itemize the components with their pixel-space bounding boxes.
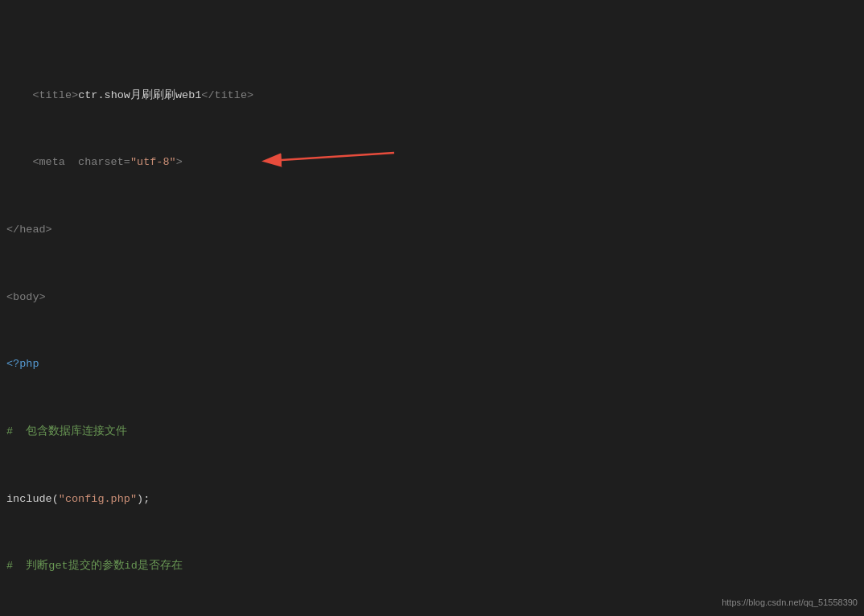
code-editor: <title>ctr.show月刷刷刷web1</title> <meta ch… bbox=[0, 0, 864, 616]
code-line-6: # 包含数据库连接文件 bbox=[6, 424, 858, 441]
code-line-2: <meta charset="utf-8"> bbox=[6, 154, 858, 171]
watermark: https://blog.csdn.net/qq_51558390 bbox=[722, 596, 858, 610]
code-line-1: <title>ctr.show月刷刷刷web1</title> bbox=[6, 88, 858, 105]
code-line-3: </head> bbox=[6, 222, 858, 239]
code-line-8: # 判断get提交的参数id是否存在 bbox=[6, 558, 858, 575]
code-line-4: <body> bbox=[6, 290, 858, 306]
code-line-7: include("config.php"); bbox=[6, 491, 858, 508]
code-line-5: <?php bbox=[6, 356, 858, 373]
